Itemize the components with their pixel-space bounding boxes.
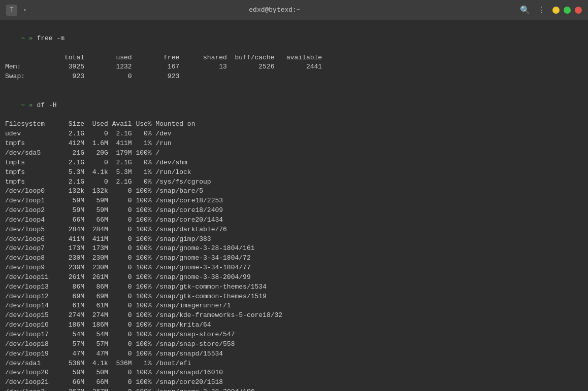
df-header: Filesystem Size Used Avail Use% Mounted … [5,120,583,129]
df-row-13: /dev/loop8 230M 230M 0 100% /snap/gnome-… [5,254,583,263]
titlebar-dropdown[interactable]: ▾ [20,6,29,15]
titlebar-right: 🔍 ⋮ [520,5,582,15]
df-row-6: /dev/loop0 132k 132k 0 100% /snap/bare/5 [5,187,583,196]
prompt-1: ~ » [21,34,37,42]
command-line-2: ~ » df -H [5,91,583,120]
df-row-12: /dev/loop7 173M 173M 0 100% /snap/gnome-… [5,244,583,254]
df-row-11: /dev/loop6 411M 411M 0 100% /snap/gimp/3… [5,235,583,244]
terminal-app-icon: T [6,5,17,16]
df-row-15: /dev/loop11 261M 261M 0 100% /snap/gnome… [5,273,583,282]
free-header: total used free shared buff/cache availa… [5,53,583,63]
titlebar: T ▾ edxd@bytexd:~ 🔍 ⋮ [0,0,588,20]
df-row-3: tmpfs 2.1G 0 2.1G 0% /dev/shm [5,158,583,168]
df-row-27: /dev/loop3 267M 267M 0 100% /snap/gnome-… [5,387,583,391]
df-row-23: /dev/loop19 47M 47M 0 100% /snap/snapd/1… [5,349,583,359]
df-row-5: tmpfs 2.1G 0 2.1G 0% /sys/fs/cgroup [5,177,583,187]
df-row-18: /dev/loop14 61M 61M 0 100% /snap/imageru… [5,301,583,311]
terminal-area[interactable]: ~ » free -m total used free shared buff/… [0,20,588,391]
df-row-8: /dev/loop2 59M 59M 0 100% /snap/core18/2… [5,206,583,216]
df-row-10: /dev/loop5 284M 284M 0 100% /snap/darkta… [5,225,583,235]
df-row-0: udev 2.1G 0 2.1G 0% /dev [5,129,583,139]
df-row-7: /dev/loop1 59M 59M 0 100% /snap/core18/2… [5,196,583,206]
df-row-21: /dev/loop17 54M 54M 0 100% /snap/snap-st… [5,330,583,340]
df-row-1: tmpfs 412M 1.6M 411M 1% /run [5,139,583,149]
df-rows: udev 2.1G 0 2.1G 0% /devtmpfs 412M 1.6M … [5,129,583,391]
command-line-1: ~ » free -m [5,24,583,53]
free-mem: Mem: 3925 1232 167 13 2526 2441 [5,62,583,72]
free-swap: Swap: 923 0 923 [5,72,583,82]
menu-button[interactable]: ⋮ [537,5,545,15]
df-row-22: /dev/loop18 57M 57M 0 100% /snap/snap-st… [5,340,583,349]
df-row-19: /dev/loop15 274M 274M 0 100% /snap/kde-f… [5,311,583,321]
minimize-button[interactable] [552,7,560,14]
df-row-26: /dev/loop21 66M 66M 0 100% /snap/core20/… [5,378,583,387]
df-row-25: /dev/loop20 50M 50M 0 100% /snap/snapd/1… [5,368,583,378]
blank-line-1 [5,82,583,91]
df-row-16: /dev/loop13 86M 86M 0 100% /snap/gtk-com… [5,282,583,292]
df-row-4: tmpfs 5.3M 4.1k 5.3M 1% /run/lock [5,168,583,177]
maximize-button[interactable] [564,7,571,14]
search-button[interactable]: 🔍 [520,5,530,15]
df-row-24: /dev/sda1 536M 4.1k 536M 1% /boot/efi [5,359,583,369]
titlebar-left: T ▾ [6,5,29,16]
df-row-17: /dev/loop12 69M 69M 0 100% /snap/gtk-com… [5,292,583,302]
prompt-2: ~ » [21,101,37,109]
df-row-9: /dev/loop4 66M 66M 0 100% /snap/core20/1… [5,216,583,225]
titlebar-title: edxd@bytexd:~ [249,6,300,14]
df-row-2: /dev/sda5 21G 20G 179M 100% / [5,149,583,158]
close-button[interactable] [575,7,582,14]
cmd-2: df -H [37,101,56,109]
df-row-20: /dev/loop16 186M 186M 0 100% /snap/krita… [5,321,583,330]
df-row-14: /dev/loop9 230M 230M 0 100% /snap/gnome-… [5,263,583,273]
cmd-1: free -m [37,34,64,42]
